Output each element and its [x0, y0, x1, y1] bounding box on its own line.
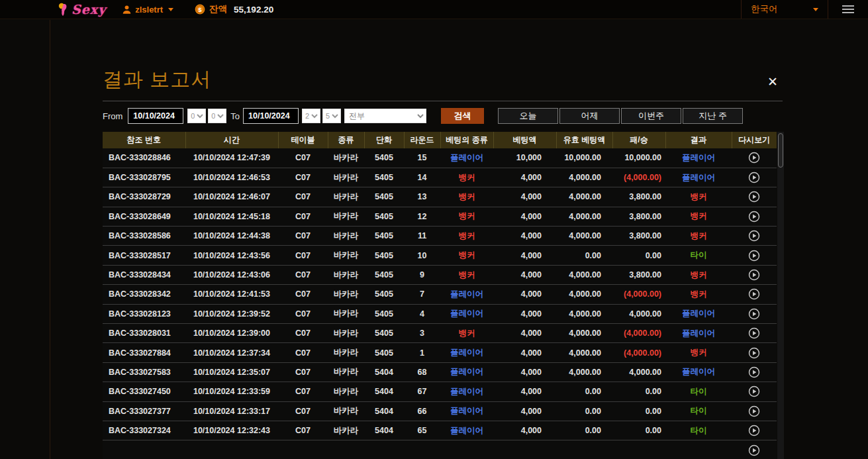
cell-reference: BAC-333027583 [103, 362, 185, 382]
replay-button[interactable] [748, 405, 760, 417]
cell-bet-amount: 4,000 [493, 265, 556, 284]
replay-button[interactable] [748, 172, 760, 183]
to-date-input[interactable] [243, 108, 299, 124]
search-button[interactable]: 검색 [441, 108, 484, 124]
cell-bet-amount: 4,000 [493, 187, 556, 207]
dollar-coin-icon: $ [195, 4, 205, 15]
replay-button[interactable] [748, 327, 760, 339]
close-icon[interactable]: ✕ [765, 75, 780, 89]
cell-reference: BAC-333028586 [103, 227, 185, 246]
replay-button[interactable] [748, 269, 760, 281]
cell-game: 바카라 [328, 401, 364, 421]
cell-time: 10/10/2024 12:33:17 [185, 401, 278, 421]
page-title: 결과 보고서 [103, 66, 783, 93]
cell-shoe: 5404 [364, 421, 404, 440]
logo-text: Sexy [72, 2, 106, 17]
cell-shoe: 5405 [364, 187, 404, 207]
cell-shoe: 5405 [364, 227, 404, 246]
from-minute-select[interactable]: 00 [208, 109, 226, 123]
cell-time: 10/10/2024 12:44:38 [185, 227, 278, 246]
quick-range-button-0[interactable]: 오늘 [498, 108, 558, 124]
bet-type-filter-select[interactable]: 전부 [344, 109, 426, 123]
cell-round: 9 [404, 265, 440, 284]
sexy-logo[interactable]: Sexy [57, 2, 106, 17]
column-header: 참조 번호 [103, 132, 185, 148]
replay-button[interactable] [748, 230, 760, 242]
cell-result: 타이 [665, 246, 732, 265]
replay-button[interactable] [748, 288, 760, 300]
cell-shoe: 5405 [364, 304, 404, 323]
language-selector[interactable]: 한국어 [741, 0, 828, 19]
hamburger-icon [842, 5, 854, 7]
cell-reference [103, 440, 185, 459]
replay-button[interactable] [748, 308, 760, 320]
replay-button[interactable] [748, 191, 760, 203]
replay-button[interactable] [748, 385, 760, 397]
replay-button[interactable] [748, 425, 760, 436]
cell-round: 14 [404, 168, 440, 187]
cell-game: 바카라 [328, 421, 364, 440]
table-row: BAC-33302879510/10/2024 12:46:53C07바카라54… [103, 168, 777, 187]
cell-round: 68 [404, 362, 440, 382]
replay-button[interactable] [748, 366, 760, 378]
cell-replay [732, 382, 777, 401]
cell-valid-bet: 0.00 [556, 421, 612, 440]
cell-table: C07 [278, 207, 328, 226]
cell-round: 7 [404, 285, 440, 304]
cell-bet-type: 플레이어 [440, 148, 493, 168]
cell-bet-type: 플레이어 [440, 285, 493, 304]
cell-table: C07 [278, 421, 328, 440]
cell-result: 타이 [665, 421, 732, 440]
replay-button[interactable] [748, 152, 760, 164]
table-row: BAC-33302843410/10/2024 12:43:06C07바카라54… [103, 265, 777, 284]
cell-replay [732, 421, 777, 440]
cell-result: 뱅커 [665, 227, 732, 246]
cell-time: 10/10/2024 12:45:18 [185, 207, 278, 226]
replay-button[interactable] [748, 250, 760, 262]
from-hour-select[interactable]: 00 [187, 109, 206, 123]
replay-button[interactable] [748, 444, 760, 456]
play-circle-icon [748, 211, 760, 223]
quick-range-button-3[interactable]: 지난 주 [683, 108, 743, 124]
scrollbar-thumb[interactable] [778, 133, 783, 168]
from-label: From [103, 111, 122, 121]
cell-time: 10/10/2024 12:46:07 [185, 187, 278, 207]
cell-win-loss [612, 440, 665, 459]
replay-button[interactable] [748, 211, 760, 223]
cell-table: C07 [278, 362, 328, 382]
cell-replay [732, 227, 777, 246]
from-date-input[interactable] [128, 108, 183, 124]
cell-result: 타이 [665, 382, 732, 401]
cell-bet-type: 플레이어 [440, 382, 493, 401]
cell-valid-bet: 0.00 [556, 401, 612, 421]
balance: $ 잔액 55,192.20 [195, 3, 273, 15]
quick-range-button-2[interactable]: 이번주 [621, 108, 681, 124]
cell-bet-amount: 4,000 [493, 421, 556, 440]
cell-reference: BAC-333028517 [103, 246, 185, 265]
cell-time: 10/10/2024 12:47:39 [185, 148, 278, 168]
replay-button[interactable] [748, 347, 760, 359]
cell-round: 10 [404, 246, 440, 265]
column-header: 베팅의 종류 [440, 132, 493, 148]
cell-replay [732, 304, 777, 323]
cell-result: 플레이어 [665, 324, 732, 343]
cell-win-loss: 4,000.00 [612, 362, 665, 382]
cell-valid-bet: 4,000.00 [556, 227, 612, 246]
cell-replay [732, 207, 777, 226]
table-scrollbar[interactable] [777, 132, 784, 459]
table-row: BAC-33302745010/10/2024 12:33:59C07바카라54… [103, 382, 777, 401]
to-minute-select[interactable]: 59 [322, 109, 341, 123]
cell-replay [732, 343, 777, 362]
table-row: BAC-33302834210/10/2024 12:41:53C07바카라54… [103, 285, 777, 304]
quick-range-button-1[interactable]: 어제 [559, 108, 620, 124]
to-hour-select[interactable]: 23 [302, 109, 320, 123]
cell-reference: BAC-333028434 [103, 265, 185, 284]
user-menu[interactable]: zlsletrt [122, 5, 173, 15]
cell-game: 바카라 [328, 148, 364, 168]
table-row: BAC-33302788410/10/2024 12:37:34C07바카라54… [103, 343, 777, 362]
cell-result [665, 440, 732, 459]
cell-table: C07 [278, 304, 328, 323]
cell-table: C07 [278, 343, 328, 362]
hamburger-menu-button[interactable] [828, 0, 868, 19]
cell-reference: BAC-333028031 [103, 324, 185, 343]
